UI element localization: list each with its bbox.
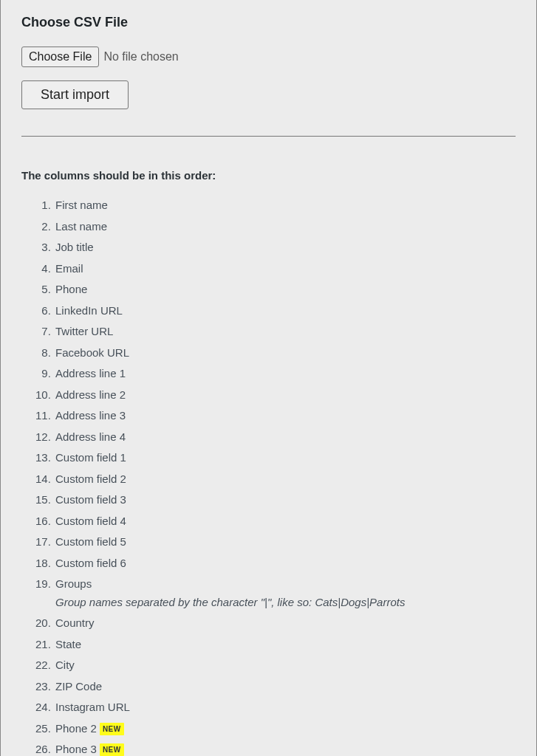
column-item: Phone 2NEW xyxy=(54,718,516,740)
column-item: Address line 1 xyxy=(54,363,516,385)
column-item-label: Last name xyxy=(55,220,107,233)
column-item: Address line 4 xyxy=(54,427,516,448)
column-item: Custom field 3 xyxy=(54,489,516,511)
choose-file-button[interactable]: Choose File xyxy=(21,47,99,67)
column-item-label: Custom field 5 xyxy=(55,535,126,548)
column-item-label: LinkedIn URL xyxy=(55,304,123,317)
column-item: Address line 2 xyxy=(54,385,516,406)
column-item: ZIP Code xyxy=(54,676,516,698)
file-chosen-status: No file chosen xyxy=(103,50,178,63)
column-item-label: Twitter URL xyxy=(55,325,113,337)
section-title: Choose CSV File xyxy=(21,15,516,30)
column-item: Last name xyxy=(54,216,516,238)
column-item-note: Group names separated by the character "… xyxy=(55,594,516,611)
column-item-label: Facebook URL xyxy=(55,346,129,359)
column-order-list: First nameLast nameJob titleEmailPhoneLi… xyxy=(35,195,516,756)
column-item: GroupsGroup names separated by the chara… xyxy=(54,574,516,613)
column-item-label: Address line 1 xyxy=(55,367,126,379)
new-badge: NEW xyxy=(100,743,124,756)
column-item-label: Custom field 4 xyxy=(55,515,126,527)
divider xyxy=(21,136,516,137)
column-item: Phone 3NEW xyxy=(54,739,516,756)
column-item: Twitter URL xyxy=(54,321,516,343)
column-item-label: Instagram URL xyxy=(55,701,130,713)
column-item: State xyxy=(54,634,516,656)
column-item-label: First name xyxy=(55,199,108,211)
column-item-label: Custom field 2 xyxy=(55,472,126,485)
start-import-button[interactable]: Start import xyxy=(21,80,129,109)
column-item: Custom field 4 xyxy=(54,511,516,532)
column-item-label: Email xyxy=(55,262,83,275)
column-item: LinkedIn URL xyxy=(54,300,516,322)
column-item: Facebook URL xyxy=(54,343,516,364)
column-item: Country xyxy=(54,613,516,634)
column-item-label: Address line 3 xyxy=(55,409,126,422)
columns-order-label: The columns should be in this order: xyxy=(21,169,516,182)
column-item: Custom field 5 xyxy=(54,532,516,553)
column-item-label: Custom field 3 xyxy=(55,493,126,506)
column-item-label: Groups xyxy=(55,577,92,590)
column-item-label: Address line 2 xyxy=(55,388,126,401)
column-item: First name xyxy=(54,195,516,216)
column-item: Email xyxy=(54,258,516,280)
column-item-label: State xyxy=(55,638,81,650)
column-item: Custom field 1 xyxy=(54,447,516,469)
column-item-label: ZIP Code xyxy=(55,680,102,693)
column-item-label: Job title xyxy=(55,241,94,253)
column-item-label: Custom field 6 xyxy=(55,557,126,569)
column-item: Job title xyxy=(54,237,516,258)
column-item: Address line 3 xyxy=(54,405,516,427)
file-input-row: Choose File No file chosen xyxy=(21,47,516,67)
column-item: Phone xyxy=(54,279,516,300)
column-item-label: Country xyxy=(55,616,95,629)
column-item-label: Custom field 1 xyxy=(55,451,126,464)
column-item-label: Phone 3 xyxy=(55,743,97,755)
column-item: Instagram URL xyxy=(54,697,516,718)
column-item: City xyxy=(54,655,516,676)
csv-import-panel: Choose CSV File Choose File No file chos… xyxy=(1,0,536,756)
column-item: Custom field 6 xyxy=(54,553,516,574)
column-item: Custom field 2 xyxy=(54,469,516,490)
column-item-label: Address line 4 xyxy=(55,430,126,443)
column-item-label: City xyxy=(55,659,75,671)
column-item-label: Phone xyxy=(55,283,87,295)
new-badge: NEW xyxy=(100,723,124,735)
column-item-label: Phone 2 xyxy=(55,722,97,735)
